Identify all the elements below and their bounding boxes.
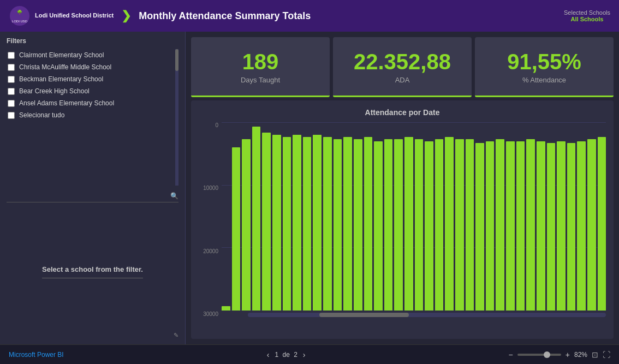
select-school-message: Select a school from the filter. <box>42 254 143 278</box>
stat-cards: 189Days Taught22.352,88ADA91,55%% Attend… <box>186 32 619 100</box>
bar[interactable] <box>354 139 362 311</box>
bar[interactable] <box>343 137 352 311</box>
bar-wrapper <box>272 122 281 311</box>
bar[interactable] <box>598 137 606 311</box>
stat-number: 22.352,88 <box>354 51 451 73</box>
zoom-slider-thumb[interactable] <box>544 351 550 358</box>
filter-search-input[interactable] <box>7 192 170 200</box>
main-content: Filters Clairmont Elementary SchoolChris… <box>0 32 619 344</box>
bar[interactable] <box>537 141 545 311</box>
bar-wrapper <box>232 122 241 311</box>
filter-item[interactable]: Bear Creek High School <box>7 85 178 97</box>
filter-search[interactable]: 🔍 <box>7 190 178 202</box>
bar[interactable] <box>547 143 556 311</box>
bar[interactable] <box>384 139 393 311</box>
search-icon: 🔍 <box>170 192 178 200</box>
filter-checkbox[interactable] <box>8 88 15 95</box>
logo-icon: 🌳 LODI USD <box>9 5 31 27</box>
bar[interactable] <box>567 143 576 311</box>
selected-schools-label: Selected Schools <box>564 9 610 16</box>
filter-item-label: Clairmont Elementary School <box>19 51 104 59</box>
bar[interactable] <box>466 139 474 311</box>
bar[interactable] <box>526 139 535 311</box>
bar[interactable] <box>404 137 413 311</box>
filter-title: Filters <box>7 37 178 45</box>
page-next-button[interactable]: › <box>303 350 306 359</box>
filter-item[interactable]: Ansel Adams Elementary School <box>7 97 178 109</box>
expand-icon[interactable]: ⛶ <box>603 350 610 359</box>
y-axis-label: 20000 <box>199 248 218 254</box>
filter-checkbox[interactable] <box>8 100 15 107</box>
fit-screen-icon[interactable]: ⊡ <box>592 350 598 359</box>
bar[interactable] <box>364 137 373 311</box>
filter-checkbox[interactable] <box>8 64 15 71</box>
bar-wrapper <box>516 122 525 311</box>
bar[interactable] <box>222 306 230 311</box>
zoom-out-button[interactable]: − <box>509 350 513 359</box>
filter-item[interactable]: Clairmont Elementary School <box>7 49 178 61</box>
bar-wrapper <box>313 122 322 311</box>
bar[interactable] <box>283 137 291 311</box>
bar-wrapper <box>384 122 393 311</box>
filter-checkbox[interactable] <box>8 112 15 119</box>
bar-wrapper <box>364 122 373 311</box>
stat-number: 91,55% <box>507 51 581 73</box>
bar-wrapper <box>445 122 454 311</box>
filter-panel: Filters Clairmont Elementary SchoolChris… <box>0 32 186 344</box>
bar-wrapper <box>293 122 301 311</box>
bar-wrapper <box>323 122 332 311</box>
filter-checkbox[interactable] <box>8 76 15 83</box>
page-prev-button[interactable]: ‹ <box>267 350 270 359</box>
bar-wrapper <box>415 122 424 311</box>
bar[interactable] <box>313 135 322 311</box>
filter-item[interactable]: Selecionar tudo <box>7 109 178 121</box>
bar[interactable] <box>334 139 342 311</box>
bar[interactable] <box>374 141 383 311</box>
filter-checkbox[interactable] <box>8 52 15 59</box>
zoom-slider[interactable] <box>517 354 561 356</box>
bar[interactable] <box>425 141 433 311</box>
bar[interactable] <box>516 141 525 311</box>
filter-item-label: Selecionar tudo <box>19 111 64 119</box>
chart-scrollbar-thumb[interactable] <box>319 313 409 317</box>
bar[interactable] <box>587 139 596 311</box>
scrollbar-thumb[interactable] <box>175 49 178 71</box>
bar[interactable] <box>445 137 454 311</box>
bar[interactable] <box>242 139 251 311</box>
stat-label: Days Taught <box>241 76 280 84</box>
bar[interactable] <box>496 139 504 311</box>
zoom-in-button[interactable]: + <box>566 350 570 359</box>
filter-item[interactable]: Christa McAuliffe Middle School <box>7 61 178 73</box>
page-title: Monthly Attendance Summary Totals <box>139 10 311 22</box>
header: 🌳 LODI USD Lodi Unified School District … <box>0 0 619 32</box>
y-axis-label: 30000 <box>199 311 218 317</box>
bar[interactable] <box>272 135 281 311</box>
bar[interactable] <box>262 133 271 311</box>
chart-scrollbar[interactable] <box>248 313 606 317</box>
powerbi-link[interactable]: Microsoft Power BI <box>9 351 64 359</box>
filter-item[interactable]: Beckman Elementary School <box>7 73 178 85</box>
bar[interactable] <box>303 137 312 311</box>
bar[interactable] <box>455 139 464 311</box>
bar[interactable] <box>577 141 586 311</box>
bar-wrapper <box>537 122 545 311</box>
bar[interactable] <box>475 143 484 311</box>
scrollbar[interactable] <box>175 49 178 186</box>
y-axis: 3000020000100000 <box>199 122 222 317</box>
bar[interactable] <box>252 127 261 311</box>
filter-item-label: Beckman Elementary School <box>19 75 103 83</box>
bar[interactable] <box>557 141 566 311</box>
bar[interactable] <box>486 141 495 311</box>
bar[interactable] <box>394 139 403 311</box>
bar-wrapper <box>577 122 586 311</box>
bar[interactable] <box>506 141 515 311</box>
logo-area: 🌳 LODI USD Lodi Unified School District <box>9 5 114 27</box>
bar-wrapper <box>343 122 352 311</box>
bar[interactable] <box>323 137 332 311</box>
selected-schools-area: Selected Schools All Schools <box>564 9 610 22</box>
bar[interactable] <box>415 139 424 311</box>
bar-wrapper <box>587 122 596 311</box>
bar[interactable] <box>293 135 301 311</box>
bar[interactable] <box>435 139 444 311</box>
bar[interactable] <box>232 147 241 311</box>
